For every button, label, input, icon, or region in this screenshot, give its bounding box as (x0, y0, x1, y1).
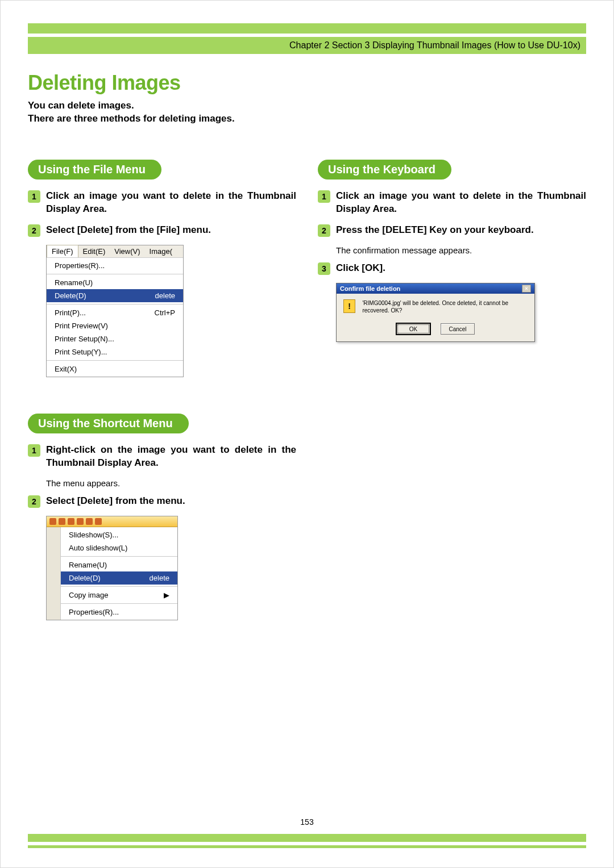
toolbar-icon (86, 518, 93, 525)
menu-item-label: Print(P)... (55, 308, 86, 317)
step-text: Press the [DELETE] Key on your keyboard. (336, 224, 586, 237)
top-accent-bar (28, 23, 586, 34)
bottom-accent-bars (28, 831, 586, 848)
menu-item-rename[interactable]: Rename(U) (61, 558, 177, 571)
step-text: Select [Delete] from the menu. (46, 495, 296, 508)
page-number: 153 (1, 817, 613, 827)
step-number-badge: 1 (28, 444, 40, 457)
intro-line-2: There are three methods for deleting ima… (28, 113, 235, 124)
thumbnail-strip (47, 527, 61, 620)
menu-item-copy-image[interactable]: Copy image▶ (61, 589, 177, 602)
intro-line-1: You can delete images. (28, 100, 134, 111)
menu-separator (47, 304, 183, 304)
menu-item-printer-setup[interactable]: Printer Setup(N)... (47, 332, 183, 345)
step: 1 Click an image you want to delete in t… (28, 190, 296, 216)
dropdown-list: Properties(R)... Rename(U) Delete(D)dele… (47, 258, 183, 377)
menu-item-properties[interactable]: Properties(R)... (61, 606, 177, 619)
menu-item-delete[interactable]: Delete(D)delete (47, 289, 183, 302)
toolbar-icon (95, 518, 102, 525)
menu-item-label: Exit(X) (55, 365, 77, 373)
context-menu-body: Slideshow(S)... Auto slideshow(L) Rename… (47, 527, 177, 620)
toolbar-icon (68, 518, 74, 525)
menu-item-shortcut: Ctrl+P (155, 308, 175, 317)
step: 3 Click [OK]. (318, 262, 586, 275)
page: Chapter 2 Section 3 Displaying Thumbnail… (0, 0, 614, 868)
menu-item-label: Print Preview(V) (55, 322, 108, 330)
dialog-title: Confirm file deletion (340, 285, 400, 292)
step-number-badge: 1 (318, 190, 330, 203)
figure-context-menu: Slideshow(S)... Auto slideshow(L) Rename… (46, 516, 178, 620)
breadcrumb: Chapter 2 Section 3 Displaying Thumbnail… (28, 37, 586, 54)
menu-item-label: Slideshow(S)... (69, 531, 118, 539)
menu-item-print-setup[interactable]: Print Setup(Y)... (47, 345, 183, 358)
menubar-item-view[interactable]: View(V) (110, 245, 144, 257)
toolbar-icon (59, 518, 65, 525)
step-number-badge: 2 (28, 224, 40, 237)
cancel-button[interactable]: Cancel (441, 323, 475, 335)
step-number-badge: 1 (28, 190, 40, 203)
step-number-badge: 2 (28, 495, 40, 508)
menu-item-shortcut: delete (155, 291, 175, 300)
figure-confirm-dialog: Confirm file deletion × 'RIMG0004.jpg' w… (336, 283, 535, 342)
step-text: Click an image you want to delete in the… (46, 190, 296, 216)
section-file-menu: Using the File Menu 1 Click an image you… (28, 160, 296, 377)
menu-item-exit[interactable]: Exit(X) (47, 362, 183, 375)
menu-item-label: Rename(U) (55, 278, 93, 287)
intro-text: You can delete images. There are three m… (28, 99, 586, 126)
menu-item-label: Delete(D) (55, 291, 86, 300)
step: 2 Select [Delete] from the [File] menu. (28, 224, 296, 237)
menu-item-label: Properties(R)... (55, 261, 105, 270)
step-text: Click [OK]. (336, 262, 586, 275)
menu-item-print-preview[interactable]: Print Preview(V) (47, 319, 183, 332)
toolbar-icon (49, 518, 56, 525)
menu-item-label: Printer Setup(N)... (55, 335, 114, 343)
menu-item-label: Auto slideshow(L) (69, 544, 127, 552)
toolbar-strip (47, 516, 177, 527)
ok-button[interactable]: OK (396, 323, 430, 335)
menu-item-shortcut: delete (150, 574, 169, 582)
section-shortcut-menu: Using the Shortcut Menu 1 Right-click on… (28, 414, 296, 620)
step: 2 Select [Delete] from the menu. (28, 495, 296, 508)
context-list: Slideshow(S)... Auto slideshow(L) Rename… (61, 527, 177, 620)
toolbar-icon (77, 518, 84, 525)
menu-item-delete[interactable]: Delete(D)delete (61, 571, 177, 585)
menu-item-label: Delete(D) (69, 574, 101, 582)
figure-file-menu: File(F) Edit(E) View(V) Image( Propertie… (46, 245, 184, 377)
menu-separator (47, 274, 183, 274)
menu-item-label: Rename(U) (69, 561, 107, 569)
menu-item-properties[interactable]: Properties(R)... (47, 259, 183, 272)
section-heading-keyboard: Using the Keyboard (318, 160, 451, 180)
menu-item-auto-slideshow[interactable]: Auto slideshow(L) (61, 541, 177, 554)
columns-row-2: Using the Shortcut Menu 1 Right-click on… (28, 414, 586, 620)
menubar: File(F) Edit(E) View(V) Image( (47, 245, 183, 258)
step-text: Click an image you want to delete in the… (336, 190, 586, 216)
step-note: The menu appears. (46, 478, 296, 489)
dialog-message: 'RIMG0004.jpg' will be deleted. Once del… (362, 299, 528, 314)
menubar-item-image[interactable]: Image( (145, 245, 177, 257)
page-title: Deleting Images (28, 71, 586, 95)
menu-separator (61, 556, 177, 557)
menubar-item-file[interactable]: File(F) (47, 245, 78, 257)
section-keyboard: Using the Keyboard 1 Click an image you … (318, 160, 586, 377)
dialog-body: 'RIMG0004.jpg' will be deleted. Once del… (337, 294, 534, 320)
step: 2 Press the [DELETE] Key on your keyboar… (318, 224, 586, 237)
menu-item-print[interactable]: Print(P)...Ctrl+P (47, 306, 183, 319)
bottom-bar-thin (28, 845, 586, 848)
menu-separator (47, 360, 183, 361)
columns-row-1: Using the File Menu 1 Click an image you… (28, 160, 586, 377)
warning-icon (343, 299, 355, 313)
section-heading-shortcut: Using the Shortcut Menu (28, 414, 189, 433)
menu-separator (61, 603, 177, 604)
step-number-badge: 2 (318, 224, 330, 237)
menu-separator (61, 586, 177, 587)
menu-item-rename[interactable]: Rename(U) (47, 276, 183, 289)
dialog-titlebar: Confirm file deletion × (337, 283, 534, 294)
menubar-item-edit[interactable]: Edit(E) (78, 245, 110, 257)
step: 1 Click an image you want to delete in t… (318, 190, 586, 216)
empty-column (318, 414, 586, 620)
menu-item-label: Print Setup(Y)... (55, 348, 107, 356)
dialog-buttons: OK Cancel (337, 320, 534, 341)
menu-item-slideshow[interactable]: Slideshow(S)... (61, 528, 177, 541)
close-icon[interactable]: × (522, 285, 531, 293)
step: 1 Right-click on the image you want to d… (28, 444, 296, 470)
